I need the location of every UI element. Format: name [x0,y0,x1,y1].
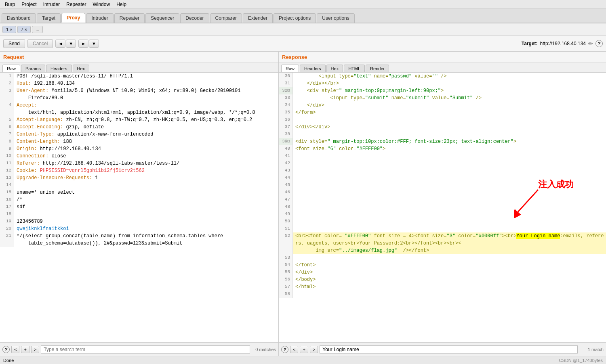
menu-help[interactable]: Help [113,1,130,8]
request-tabs: Raw Params Headers Hex [0,63,278,73]
response-tab-html[interactable]: HTML [344,65,365,72]
response-line-43: 43 [279,167,606,174]
menu-burp[interactable]: Burp [2,1,18,8]
main-tab-bar: Dashboard Target Proxy Intruder Repeater… [0,9,606,23]
menu-bar: Burp Project Intruder Repeater Window He… [0,0,606,9]
tab-extender[interactable]: Extender [243,13,273,23]
sub-tab-7[interactable]: 7 × [17,26,31,33]
tab-user-options[interactable]: User options [317,13,354,23]
request-line-10: 10 Connection: close [0,153,278,160]
response-search-help[interactable]: ? [281,346,288,353]
response-line-51: 51 [279,225,606,232]
prev-dropdown[interactable]: ▼ [66,40,76,48]
request-search-input[interactable] [41,345,250,354]
tab-sequencer[interactable]: Sequencer [145,13,179,23]
request-line-18: 18 [0,211,278,218]
response-line-52: 52 <br><font color= "#FFFF00" font size … [279,232,606,254]
status-bar: Done CSDN @1_1743bytes [0,356,606,364]
response-line-38: 38 [279,131,606,138]
response-panel: Response Raw Headers Hex HTML Render 注入成… [279,52,606,356]
request-line-19: 19 123456789 [0,218,278,225]
toolbar: Send Cancel ◄ ▼ ► ▼ Target: http://192.1… [0,36,606,52]
help-icon[interactable]: ? [595,40,603,47]
menu-intruder[interactable]: Intruder [40,1,63,8]
request-search-bar: ? < + > 0 matches [0,342,278,356]
response-line-32: 32⊟ <div style=" margin-top:9px;margin-l… [279,87,606,94]
cancel-button[interactable]: Cancel [27,39,53,48]
sub-tab-1[interactable]: 1 × [2,26,16,33]
tab-repeater[interactable]: Repeater [114,13,145,23]
response-line-42: 42 [279,160,606,167]
request-line-4b: text/html, application/xhtml+xml, applic… [0,109,278,116]
request-search-help[interactable]: ? [2,346,10,353]
request-line-21: 21 */(select group_concat(table_name) fr… [0,232,278,240]
response-tab-headers[interactable]: Headers [300,65,326,72]
response-line-44: 44 [279,174,606,182]
response-tab-raw[interactable]: Raw [281,65,299,72]
response-search-bar: ? < + > 1 match [279,342,606,356]
status-left: Done [3,358,14,363]
request-code-area[interactable]: 1 POST /sqli-labs-master/Less-11/ HTTP/1… [0,73,278,342]
menu-repeater[interactable]: Repeater [63,1,89,8]
request-search-prev[interactable]: < [11,346,19,353]
response-tab-render[interactable]: Render [366,65,389,72]
response-line-33: 33 <input type="submit" name="submit" va… [279,94,606,102]
response-search-matches: 1 match [579,347,604,352]
request-line-7: 7 Content-Type: application/x-www-form-u… [0,131,278,138]
response-line-55: 55 </div> [279,269,606,276]
response-search-add[interactable]: + [300,346,308,353]
response-search-prev[interactable]: < [290,346,298,353]
request-tab-headers[interactable]: Headers [46,65,72,72]
tab-proxy[interactable]: Proxy [61,13,85,23]
request-tab-raw[interactable]: Raw [2,65,20,72]
menu-window[interactable]: Window [89,1,113,8]
response-tab-hex[interactable]: Hex [326,65,343,72]
request-search-add[interactable]: + [21,346,29,353]
tab-comparer[interactable]: Comparer [210,13,242,23]
sub-tab-bar: 1 × 7 × ... [0,23,606,36]
request-tab-hex[interactable]: Hex [73,65,90,72]
next-button[interactable]: ► [78,40,88,48]
response-code-area[interactable]: 注入成功 30 <input type="text" name="passwd"… [279,73,606,342]
request-line-13: 13 Upgrade-Insecure-Requests: 1 [0,174,278,182]
target-label: Target: [522,41,538,46]
request-line-15: 15 uname=' union select [0,189,278,196]
tab-target[interactable]: Target [37,13,61,23]
response-search-next[interactable]: > [310,346,318,353]
response-line-35: 35 </form> [279,109,606,116]
tab-project-options[interactable]: Project options [274,13,316,23]
send-button[interactable]: Send [3,39,25,48]
response-line-56: 56 </body> [279,276,606,283]
response-line-39: 39⊟ <div style=" margin-top:10px;color:#… [279,138,606,145]
prev-button[interactable]: ◄ [55,40,65,48]
response-line-40: 40 <font size="6" color="#FFFF00"> [279,145,606,153]
sub-tab-more[interactable]: ... [32,26,43,33]
next-dropdown[interactable]: ▼ [89,40,99,48]
main-content: Request Raw Params Headers Hex 1 POST /s… [0,52,606,356]
request-line-4: 4 Accept: [0,102,278,109]
edit-target-icon[interactable]: ✏ [588,40,593,47]
request-line-17: 17 sdf [0,203,278,211]
response-line-50: 50 [279,218,606,225]
target-url: http://192.168.40.134 [540,41,586,46]
response-search-input[interactable] [320,345,578,354]
request-search-next[interactable]: > [31,346,39,353]
tab-intruder[interactable]: Intruder [86,13,113,23]
request-line-6: 6 Accept-Encoding: gzip, deflate [0,123,278,131]
response-line-37: 37 </div></div> [279,123,606,131]
request-line-20: 20 qwejiknklfna1tkkoi [0,225,278,232]
tab-decoder[interactable]: Decoder [180,13,209,23]
tab-dashboard[interactable]: Dashboard [2,13,36,23]
request-line-12: 12 Cookie: PHPSESSID=vqnrl5gph11bi2fj51c… [0,167,278,174]
response-line-53: 53 [279,254,606,261]
request-line-21b: table_schema=database()), 2#&passwd=123&… [0,240,278,247]
response-line-45: 45 [279,182,606,189]
request-panel: Request Raw Params Headers Hex 1 POST /s… [0,52,279,356]
request-tab-params[interactable]: Params [21,65,45,72]
response-line-36: 36 [279,116,606,123]
menu-project[interactable]: Project [18,1,40,8]
response-line-46: 46 [279,189,606,196]
next-nav-group: ► ▼ [78,40,99,48]
response-line-31: 31 </div></br> [279,80,606,87]
request-title: Request [0,52,278,63]
